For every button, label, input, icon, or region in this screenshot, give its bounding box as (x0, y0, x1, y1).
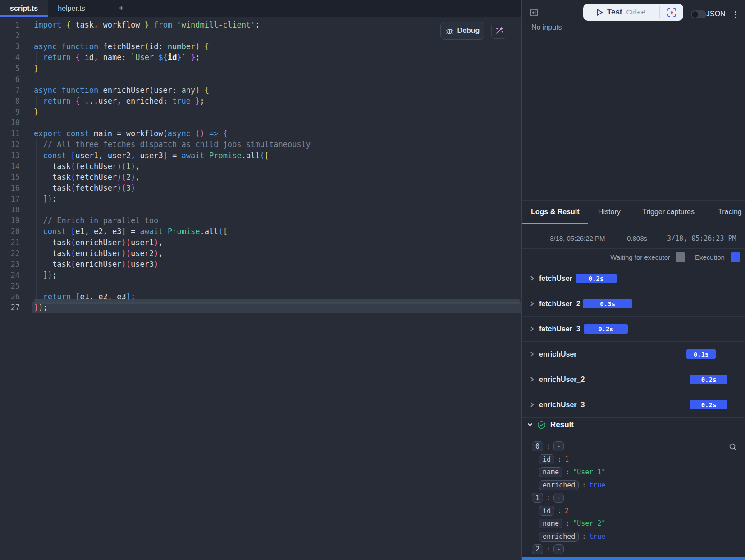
tab-logs-result[interactable]: Logs & Result (531, 201, 580, 223)
chevron-right-icon[interactable] (530, 301, 535, 306)
tab-script-ts[interactable]: script.ts (0, 0, 48, 17)
code-line[interactable]: 24 ]); (0, 270, 521, 280)
editor-tab-bar: script.ts helper.ts + (0, 0, 521, 17)
key-chip[interactable]: id (539, 454, 554, 464)
task-row[interactable]: enrichUser_30.2s (522, 392, 745, 418)
result-field-row: name:"User 1" (539, 466, 745, 479)
tab-trigger-captures[interactable]: Trigger captures (642, 201, 695, 223)
code-line[interactable]: 7async function enrichUser(user: any) { (0, 85, 521, 96)
line-number: 23 (0, 259, 20, 270)
indent-guide (43, 237, 43, 270)
duration-bar: 0.2s (584, 324, 628, 334)
key-chip[interactable]: enriched (539, 532, 579, 542)
code-text: import { task, workflow } from 'windmill… (34, 20, 260, 29)
line-number: 2 (0, 30, 20, 41)
code-line[interactable]: 13 const [user1, user2, user3] = await P… (0, 150, 521, 161)
task-timeline: fetchUser0.2sfetchUser_20.3sfetchUser_30… (522, 266, 745, 418)
line-number: 10 (0, 117, 20, 128)
colon: : (546, 545, 550, 553)
task-row[interactable]: fetchUser0.2s (522, 266, 745, 291)
duration-bar: 0.2s (690, 375, 727, 384)
run-duration: 0.803s (627, 234, 647, 242)
capture-frame-icon (667, 8, 676, 17)
line-number: 6 (0, 74, 20, 85)
chevron-right-icon[interactable] (530, 352, 535, 357)
task-row[interactable]: enrichUser_20.2s (522, 367, 745, 392)
colon: : (566, 519, 570, 528)
result-header[interactable]: Result (522, 415, 745, 435)
code-line[interactable]: 9} (0, 106, 521, 117)
collapse-chip[interactable]: - (553, 493, 564, 503)
new-tab-button[interactable]: + (111, 0, 131, 17)
code-text: const [e1, e2, e3] = await Promise.all([ (34, 227, 228, 236)
timeline-legend: Waiting for executor Execution (522, 248, 745, 266)
line-number: 19 (0, 215, 20, 226)
value-num: 1 (565, 455, 569, 464)
code-text: }); (34, 303, 48, 312)
code-line[interactable]: 21 task(enrichUser)(user1), (0, 237, 521, 248)
code-line[interactable]: 4 return { id, name: `User ${id}` }; (0, 52, 521, 63)
code-line[interactable]: 3async function fetchUser(id: number) { (0, 41, 521, 52)
index-chip[interactable]: 1 (532, 493, 543, 503)
test-button[interactable]: Test Ctrl+↵ (583, 4, 659, 21)
task-row[interactable]: fetchUser_20.3s (522, 291, 745, 317)
code-line[interactable]: 18 (0, 204, 521, 215)
code-line[interactable]: 15 task(fetchUser)(2), (0, 172, 521, 183)
result-field-row: id:1 (539, 453, 745, 466)
task-row[interactable]: enrichUser0.1s (522, 342, 745, 367)
tab-helper-ts[interactable]: helper.ts (48, 0, 95, 17)
code-line[interactable]: 19 // Enrich in parallel too (0, 215, 521, 226)
line-number: 9 (0, 106, 20, 117)
key-chip[interactable]: name (539, 519, 562, 528)
run-pill: Test Ctrl+↵ (583, 4, 683, 21)
code-line[interactable]: 8 return { ...user, enriched: true }; (0, 96, 521, 106)
collapse-panel-icon[interactable] (530, 9, 538, 17)
code-line[interactable]: 12 // All three fetches dispatch as chil… (0, 139, 521, 150)
task-name: enrichUser_3 (539, 401, 585, 409)
code-line[interactable]: 10 (0, 117, 521, 128)
code-line[interactable]: 25 (0, 280, 521, 291)
capture-button[interactable] (660, 4, 683, 21)
tab-history[interactable]: History (598, 201, 621, 223)
index-chip[interactable]: 2 (532, 544, 543, 554)
task-row[interactable]: fetchUser_30.2s (522, 317, 745, 342)
chevron-right-icon[interactable] (530, 326, 535, 331)
code-line[interactable]: 20 const [e1, e2, e3] = await Promise.al… (0, 226, 521, 237)
code-text: task(fetchUser)(2), (34, 173, 140, 182)
code-line[interactable]: 14 task(fetchUser)(1), (0, 161, 521, 172)
debug-button[interactable]: Debug (440, 22, 484, 40)
key-chip[interactable]: enriched (539, 480, 579, 490)
toggle-knob (692, 11, 698, 18)
chevron-right-icon[interactable] (530, 402, 535, 407)
code-text: async function enrichUser(user: any) { (34, 86, 209, 95)
json-toggle[interactable] (691, 10, 706, 18)
code-line[interactable]: 17 ]); (0, 193, 521, 204)
key-chip[interactable]: id (539, 506, 554, 516)
bottom-accent-bar (522, 557, 745, 560)
colon: : (582, 481, 586, 489)
code-line[interactable]: 6 (0, 74, 521, 85)
code-line[interactable]: 11export const main = workflow(async () … (0, 128, 521, 139)
code-text: task(fetchUser)(3) (34, 184, 135, 193)
ai-wand-button[interactable] (491, 23, 507, 39)
code-line[interactable]: 22 task(enrichUser)(user2), (0, 248, 521, 259)
code-line[interactable]: 16 task(fetchUser)(3) (0, 183, 521, 193)
code-editor[interactable]: 1import { task, workflow } from 'windmil… (0, 17, 521, 560)
key-chip[interactable]: name (539, 467, 562, 477)
horizontal-scrollbar[interactable] (34, 299, 520, 304)
chevron-right-icon[interactable] (530, 276, 535, 281)
chevron-right-icon[interactable] (530, 377, 535, 382)
code-line[interactable]: 5} (0, 63, 521, 74)
kebab-menu-icon[interactable] (731, 10, 739, 19)
line-number: 16 (0, 183, 20, 193)
code-line[interactable]: 23 task(enrichUser)(user3) (0, 259, 521, 270)
collapse-chip[interactable]: - (553, 544, 564, 554)
index-chip[interactable]: 0 (532, 441, 543, 451)
search-icon[interactable] (728, 442, 738, 452)
code-text: // Enrich in parallel too (34, 216, 158, 225)
indent-guide (36, 52, 37, 63)
code-text: const [user1, user2, user3] = await Prom… (34, 151, 269, 160)
result-field-row: id:2 (539, 505, 745, 518)
collapse-chip[interactable]: - (553, 441, 564, 451)
tab-tracing[interactable]: Tracing (718, 201, 742, 223)
